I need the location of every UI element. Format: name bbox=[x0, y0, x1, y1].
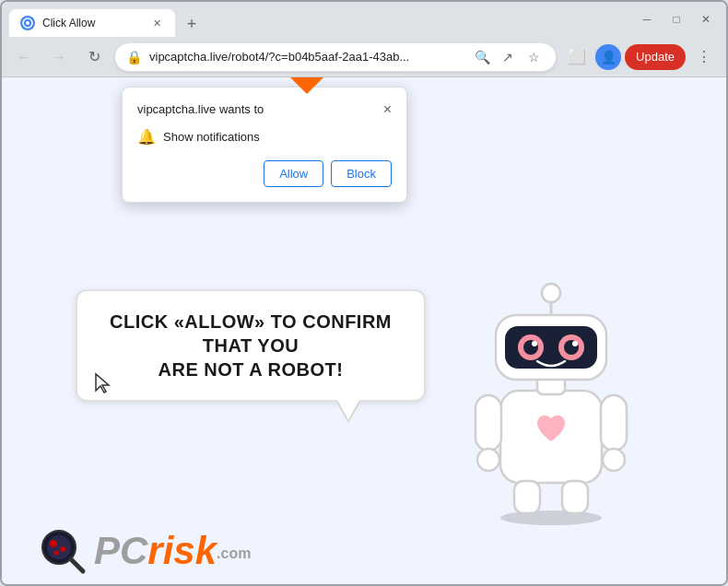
arrow-indicator bbox=[270, 77, 344, 102]
svg-rect-7 bbox=[476, 395, 501, 451]
omnibox-icons: 🔍 ↗ ☆ bbox=[471, 46, 545, 68]
menu-button[interactable]: ⋮ bbox=[689, 42, 719, 72]
popup-title: vipcaptcha.live wants to bbox=[137, 102, 264, 116]
svg-point-28 bbox=[54, 551, 59, 556]
url-display: vipcaptcha.live/robot4/?c=b04b5aaf-2aa1-… bbox=[149, 50, 464, 64]
allow-button[interactable]: Allow bbox=[264, 160, 323, 187]
pcrisk-text: PCrisk.com bbox=[94, 529, 251, 573]
new-tab-button[interactable]: + bbox=[179, 11, 205, 37]
active-tab[interactable]: Click Allow ✕ bbox=[9, 9, 175, 37]
reload-button[interactable]: ↻ bbox=[79, 42, 109, 72]
address-bar[interactable]: 🔒 vipcaptcha.live/robot4/?c=b04b5aaf-2aa… bbox=[114, 42, 557, 72]
pcrisk-pc-text: PC bbox=[94, 529, 147, 572]
notification-option-row: 🔔 Show notifications bbox=[137, 128, 392, 146]
svg-point-23 bbox=[542, 284, 560, 302]
page-content: vipcaptcha.live wants to × 🔔 Show notifi… bbox=[2, 77, 726, 584]
svg-point-8 bbox=[477, 449, 499, 471]
svg-point-25 bbox=[47, 535, 71, 559]
svg-line-29 bbox=[71, 559, 83, 571]
bookmark-icon[interactable]: ☆ bbox=[523, 46, 545, 68]
extensions-button[interactable]: ⬜ bbox=[562, 42, 592, 72]
tab-area: Click Allow ✕ + bbox=[9, 2, 628, 37]
title-bar: Click Allow ✕ + ─ □ ✕ bbox=[2, 2, 726, 37]
toolbar-right: ⬜ 👤 Update ⋮ bbox=[562, 42, 719, 72]
svg-point-5 bbox=[500, 510, 602, 525]
popup-action-buttons: Allow Block bbox=[137, 160, 392, 187]
browser-window: Click Allow ✕ + ─ □ ✕ ← → ↻ 🔒 vipcaptcha… bbox=[0, 0, 728, 586]
robot-character bbox=[450, 252, 652, 529]
svg-point-10 bbox=[603, 449, 625, 471]
pcrisk-com-text: .com bbox=[217, 545, 251, 561]
forward-button[interactable]: → bbox=[44, 42, 74, 72]
speech-bubble: CLICK «ALLOW» TO CONFIRM THAT YOU ARE NO… bbox=[76, 289, 426, 402]
minimize-button[interactable]: ─ bbox=[634, 6, 660, 32]
pcrisk-icon bbox=[39, 527, 87, 575]
update-button[interactable]: Update bbox=[625, 44, 686, 70]
search-icon[interactable]: 🔍 bbox=[471, 46, 493, 68]
navigation-bar: ← → ↻ 🔒 vipcaptcha.live/robot4/?c=b04b5a… bbox=[2, 37, 726, 77]
notification-permission-popup: vipcaptcha.live wants to × 🔔 Show notifi… bbox=[122, 87, 407, 203]
svg-point-18 bbox=[532, 341, 537, 346]
back-button[interactable]: ← bbox=[9, 42, 39, 72]
svg-rect-9 bbox=[601, 395, 627, 451]
profile-icon: 👤 bbox=[601, 50, 616, 64]
svg-rect-11 bbox=[514, 481, 540, 513]
tab-favicon bbox=[20, 16, 35, 30]
svg-point-1 bbox=[26, 21, 29, 25]
svg-point-26 bbox=[50, 540, 57, 547]
svg-point-21 bbox=[572, 341, 578, 346]
notification-option-label: Show notifications bbox=[163, 130, 260, 144]
bubble-text: CLICK «ALLOW» TO CONFIRM THAT YOU ARE NO… bbox=[100, 310, 402, 381]
share-icon[interactable]: ↗ bbox=[497, 46, 519, 68]
svg-marker-3 bbox=[279, 77, 335, 94]
popup-header: vipcaptcha.live wants to × bbox=[137, 102, 392, 117]
window-controls: ─ □ ✕ bbox=[634, 6, 719, 32]
mouse-cursor bbox=[94, 372, 112, 399]
svg-marker-4 bbox=[96, 374, 109, 393]
svg-rect-12 bbox=[562, 481, 588, 513]
popup-close-button[interactable]: × bbox=[383, 102, 392, 117]
block-button[interactable]: Block bbox=[331, 160, 392, 187]
bell-icon: 🔔 bbox=[137, 128, 156, 146]
profile-button[interactable]: 👤 bbox=[595, 44, 621, 70]
tab-close-button[interactable]: ✕ bbox=[149, 16, 164, 30]
svg-point-27 bbox=[60, 546, 65, 552]
maximize-button[interactable]: □ bbox=[663, 6, 689, 32]
security-lock-icon: 🔒 bbox=[126, 50, 142, 64]
pcrisk-logo: PCrisk.com bbox=[39, 527, 251, 575]
pcrisk-risk-text: risk bbox=[147, 529, 217, 572]
close-window-button[interactable]: ✕ bbox=[693, 6, 719, 32]
tab-title: Click Allow bbox=[42, 17, 95, 29]
